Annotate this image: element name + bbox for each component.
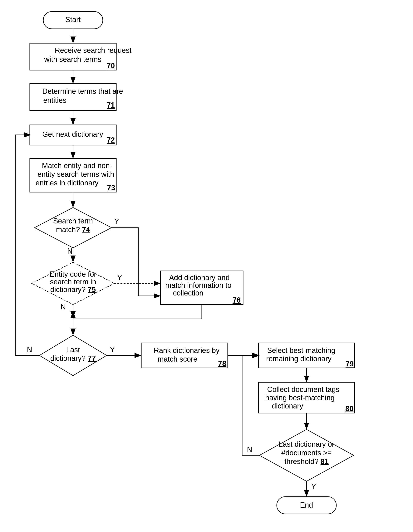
node-70-num: 70 bbox=[107, 62, 115, 70]
node-74-line1: Search term bbox=[53, 217, 93, 225]
node-71-num: 71 bbox=[107, 101, 115, 109]
node-71-line2: entities bbox=[43, 96, 66, 104]
label-75-y: Y bbox=[117, 274, 122, 282]
node-76-line3: collection bbox=[173, 289, 203, 297]
node-79-num: 79 bbox=[346, 360, 354, 368]
node-80-line3: dictionary bbox=[272, 402, 303, 410]
label-74-n: N bbox=[67, 247, 72, 255]
node-81-line3: threshold? 81 bbox=[284, 457, 329, 466]
node-71-line1: Determine terms that are bbox=[42, 87, 123, 95]
node-76-line2: match information to bbox=[165, 281, 231, 289]
node-77-line2: dictionary? 77 bbox=[50, 354, 96, 362]
node-73-line1: Match entity and non- bbox=[42, 162, 112, 170]
node-74-line2: match? 74 bbox=[56, 226, 90, 234]
node-73-line3: entries in dictionary bbox=[36, 179, 98, 187]
node-77-line1: Last bbox=[66, 346, 80, 354]
node-73-num: 73 bbox=[107, 184, 115, 192]
end-label: End bbox=[300, 501, 313, 509]
node-73-line2: entity search terms with bbox=[38, 170, 114, 178]
node-78-num: 78 bbox=[218, 360, 226, 368]
node-76-line1: Add dictionary and bbox=[169, 274, 230, 282]
node-70-line1: Receive search request bbox=[55, 46, 132, 54]
label-77-n: N bbox=[27, 346, 32, 354]
label-74-y: Y bbox=[114, 217, 119, 225]
node-76-num: 76 bbox=[232, 296, 241, 304]
node-78-line2: match score bbox=[158, 355, 197, 363]
node-80-num: 80 bbox=[345, 405, 353, 413]
label-81-y: Y bbox=[311, 483, 316, 491]
node-72-num: 72 bbox=[107, 136, 115, 144]
node-72-line1: Get next dictionary bbox=[42, 130, 103, 138]
node-75-line3: dictionary? 75 bbox=[50, 285, 96, 294]
label-77-y: Y bbox=[110, 346, 115, 354]
node-75-line1: Entity code for bbox=[50, 270, 96, 278]
label-81-n: N bbox=[247, 446, 252, 454]
start-label: Start bbox=[65, 16, 81, 24]
node-80-line1: Collect document tags bbox=[267, 385, 339, 393]
node-79-line2: remaining dictionary bbox=[266, 355, 332, 363]
node-78-line1: Rank dictionaries by bbox=[154, 346, 220, 354]
node-75-line2: search term in bbox=[50, 278, 96, 286]
node-81-line1: Last dictionary or bbox=[279, 440, 334, 448]
node-79-line1: Select best-matching bbox=[267, 346, 335, 354]
label-75-n: N bbox=[60, 303, 66, 311]
node-81-line2: #documents >= bbox=[281, 449, 332, 457]
node-70-line2: with search terms bbox=[44, 55, 101, 63]
node-80-line2: having best-matching bbox=[265, 394, 335, 402]
